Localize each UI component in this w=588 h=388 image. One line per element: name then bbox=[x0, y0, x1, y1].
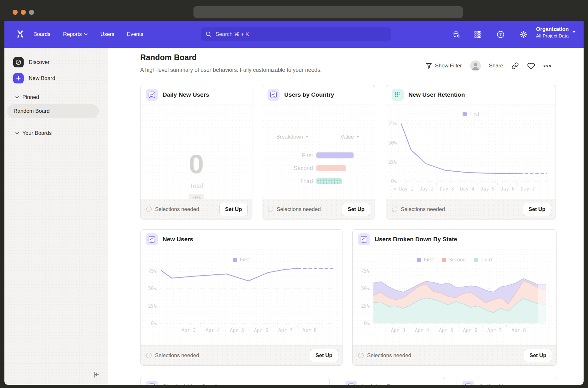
value-bar bbox=[316, 165, 346, 171]
card-title[interactable]: Stacked Line Graph bbox=[163, 383, 219, 385]
search-input[interactable] bbox=[215, 31, 387, 38]
traffic-light-zoom[interactable] bbox=[29, 10, 34, 15]
card-title[interactable]: Daily New Users bbox=[163, 91, 209, 98]
status-icon bbox=[392, 207, 397, 212]
svg-text:Apr 8: Apr 8 bbox=[512, 328, 526, 333]
card-users-by-country: Users by Country Breakdown Value FirstSe… bbox=[262, 85, 375, 220]
traffic-light-close[interactable] bbox=[13, 10, 18, 15]
row-label: First bbox=[262, 152, 313, 159]
line-chart-icon bbox=[345, 381, 357, 385]
browser-address-bar[interactable] bbox=[193, 6, 463, 18]
set-up-button[interactable]: Set Up bbox=[523, 203, 551, 216]
card-title[interactable]: New Users bbox=[163, 236, 193, 243]
global-search[interactable] bbox=[201, 27, 391, 41]
nav-item-reports[interactable]: Reports bbox=[63, 31, 88, 37]
set-up-button[interactable]: Set Up bbox=[342, 203, 370, 216]
status-text: Selections needed bbox=[155, 206, 216, 213]
svg-text:Apr 5: Apr 5 bbox=[439, 328, 453, 333]
status-text: Selections needed bbox=[401, 206, 519, 213]
svg-text:Apr 3: Apr 3 bbox=[391, 328, 405, 333]
plus-icon bbox=[13, 73, 24, 83]
card-daily-new-users: Daily New Users 0 Total ↑0% Selections n… bbox=[140, 85, 252, 220]
more-options-icon[interactable] bbox=[543, 64, 551, 67]
set-up-button[interactable]: Set Up bbox=[310, 349, 338, 362]
avatar[interactable] bbox=[470, 60, 481, 71]
svg-text:Day 4: Day 4 bbox=[460, 186, 474, 192]
org-project: All Project Data bbox=[536, 33, 569, 38]
card-title[interactable]: New User Retention bbox=[408, 91, 465, 98]
value-bar bbox=[316, 152, 354, 158]
svg-text:50%: 50% bbox=[388, 140, 397, 146]
country-rows: FirstSecondThird bbox=[262, 149, 375, 188]
window-titlebar bbox=[0, 0, 588, 21]
svg-text:50%: 50% bbox=[148, 286, 157, 291]
svg-text:Day 6: Day 6 bbox=[500, 186, 515, 192]
card-stacked-line-graph: Stacked Line Graph bbox=[140, 377, 330, 385]
sidebar-item-new-board[interactable]: New Board bbox=[13, 73, 55, 83]
traffic-light-minimize[interactable] bbox=[21, 10, 26, 15]
breakdown-row: Third bbox=[262, 175, 375, 188]
show-filter-button[interactable]: Show Filter bbox=[426, 63, 462, 69]
row-label: Third bbox=[262, 178, 313, 185]
settings-gear-icon[interactable] bbox=[520, 31, 527, 38]
data-management-icon[interactable] bbox=[453, 31, 460, 38]
line-chart-icon bbox=[146, 89, 158, 101]
retention-grid-icon bbox=[392, 89, 404, 101]
copy-link-icon[interactable] bbox=[511, 62, 519, 70]
nav-item-events[interactable]: Events bbox=[127, 31, 143, 37]
svg-text:0%: 0% bbox=[391, 179, 397, 184]
collapse-sidebar-icon[interactable] bbox=[92, 371, 101, 379]
board-actions: Show Filter Share bbox=[426, 60, 551, 71]
card-title[interactable]: Insights Report bbox=[362, 383, 406, 385]
chevron-down-icon bbox=[15, 96, 19, 99]
sidebar-section-pinned[interactable]: Pinned bbox=[15, 94, 39, 100]
svg-text:Apr 6: Apr 6 bbox=[254, 328, 268, 333]
nav-links: Boards Reports Users Events bbox=[33, 21, 143, 48]
status-icon bbox=[268, 207, 273, 212]
top-navigation: X Boards Reports Users Events bbox=[4, 21, 584, 48]
breakdown-dropdown[interactable]: Breakdown bbox=[276, 134, 309, 140]
help-icon[interactable]: ? bbox=[497, 31, 504, 38]
apps-grid-icon[interactable] bbox=[474, 31, 482, 38]
line-chart-icon bbox=[146, 381, 158, 385]
card-title[interactable]: Users by Country bbox=[284, 91, 334, 98]
value-bar bbox=[316, 178, 342, 184]
metric-label: Total bbox=[141, 182, 252, 190]
svg-text:Day 2: Day 2 bbox=[419, 186, 434, 192]
nav-item-boards[interactable]: Boards bbox=[33, 31, 50, 37]
set-up-button[interactable]: Set Up bbox=[524, 349, 552, 362]
line-chart-icon bbox=[462, 381, 474, 385]
card-users-by-state: Users Broken Down By State FirstSecondTh… bbox=[352, 229, 557, 366]
svg-text:50%: 50% bbox=[361, 286, 370, 291]
svg-text:75%: 75% bbox=[148, 268, 157, 274]
discover-icon bbox=[13, 57, 24, 67]
breakdown-row: First bbox=[262, 149, 375, 162]
share-button[interactable]: Share bbox=[489, 63, 503, 69]
sidebar-item-random-board[interactable]: Random Board bbox=[7, 104, 99, 118]
chevron-down-icon bbox=[15, 132, 19, 135]
card-active-users: Active Users bbox=[457, 377, 557, 385]
card-title[interactable]: Active Users bbox=[479, 383, 515, 385]
status-icon bbox=[146, 207, 152, 212]
retention-chart: 75%50%25%0%< Day 1Day 2Day 3Day 4Day 5Da… bbox=[386, 105, 556, 199]
favorite-heart-icon[interactable] bbox=[527, 62, 535, 70]
status-icon bbox=[146, 353, 152, 358]
org-switcher[interactable]: Organization All Project Data bbox=[536, 26, 576, 38]
nav-item-users[interactable]: Users bbox=[100, 31, 114, 37]
status-text: Selections needed bbox=[277, 206, 338, 213]
set-up-button[interactable]: Set Up bbox=[219, 203, 248, 216]
sidebar-section-your-boards[interactable]: Your Boards bbox=[15, 130, 52, 136]
card-title[interactable]: Users Broken Down By State bbox=[375, 236, 457, 243]
chevron-down-icon bbox=[356, 136, 360, 138]
value-dropdown[interactable]: Value bbox=[341, 134, 360, 140]
row-label: Second bbox=[262, 165, 313, 172]
table-headers: Breakdown Value bbox=[276, 134, 360, 140]
sidebar-item-discover[interactable]: Discover bbox=[13, 57, 49, 67]
svg-text:Apr 3: Apr 3 bbox=[182, 328, 196, 333]
chevron-down-icon bbox=[572, 31, 576, 33]
svg-text:Apr 5: Apr 5 bbox=[230, 328, 244, 333]
svg-text:Apr 6: Apr 6 bbox=[463, 328, 477, 333]
svg-text:25%: 25% bbox=[361, 303, 370, 309]
status-icon bbox=[358, 353, 364, 358]
chevron-down-icon bbox=[84, 33, 88, 36]
